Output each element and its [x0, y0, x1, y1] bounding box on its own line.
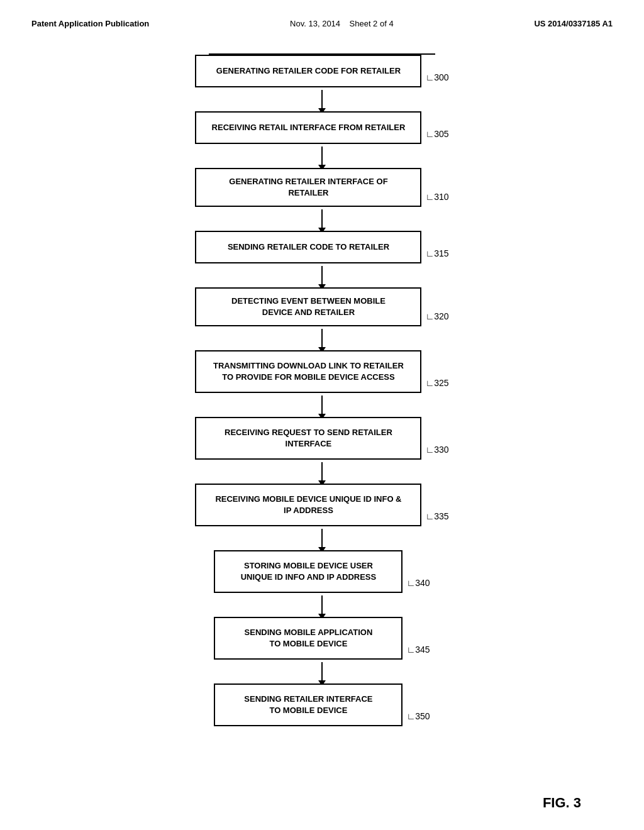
flow-item-350: SENDING RETAILER INTERFACETO MOBILE DEVI…: [214, 683, 430, 726]
arrow-5: [321, 326, 323, 350]
flow-item-340: STORING MOBILE DEVICE USERUNIQUE ID INFO…: [214, 550, 430, 593]
arrow-down-2: [321, 147, 323, 165]
arrow-down-6: [321, 396, 323, 414]
ref-305: ∟305: [425, 129, 448, 144]
ref-320: ∟320: [425, 311, 448, 326]
ref-345: ∟345: [406, 645, 430, 660]
box-335: RECEIVING MOBILE DEVICE UNIQUE ID INFO &…: [195, 484, 421, 526]
arrow-1: [321, 87, 323, 111]
ref-330: ∟330: [425, 445, 448, 460]
box-345: SENDING MOBILE APPLICATIONTO MOBILE DEVI…: [214, 617, 402, 660]
box-340: STORING MOBILE DEVICE USERUNIQUE ID INFO…: [214, 550, 402, 593]
arrow-2: [321, 144, 323, 168]
header-left: Patent Application Publication: [31, 19, 149, 28]
ref-315: ∟315: [425, 248, 448, 263]
flow-item-335: RECEIVING MOBILE DEVICE UNIQUE ID INFO &…: [195, 484, 448, 526]
box-315: SENDING RETAILER CODE TO RETAILER: [195, 231, 421, 263]
flowchart: GENERATING RETAILER CODE FOR RETAILER ∟3…: [0, 35, 644, 751]
arrow-10: [321, 660, 323, 683]
ref-335: ∟335: [425, 511, 448, 526]
box-305: RECEIVING RETAIL INTERFACE FROM RETAILER: [195, 111, 421, 144]
box-320: DETECTING EVENT BETWEEN MOBILEDEVICE AND…: [195, 287, 421, 326]
arrow-7: [321, 460, 323, 484]
header-right: US 2014/0337185 A1: [534, 19, 613, 28]
page-header: Patent Application Publication Nov. 13, …: [0, 0, 644, 35]
header-date: Nov. 13, 2014: [290, 19, 340, 28]
box-350: SENDING RETAILER INTERFACETO MOBILE DEVI…: [214, 683, 402, 726]
ref-300: ∟300: [425, 72, 448, 87]
flow-item-320: DETECTING EVENT BETWEEN MOBILEDEVICE AND…: [195, 287, 448, 326]
arrow-down-1: [321, 90, 323, 109]
arrow-down-3: [321, 209, 323, 228]
box-325: TRANSMITTING DOWNLOAD LINK TO RETAILERTO…: [195, 350, 421, 393]
arrow-6: [321, 393, 323, 417]
arrow-down-7: [321, 462, 323, 481]
arrow-down-8: [321, 529, 323, 548]
flow-item-330: RECEIVING REQUEST TO SEND RETAILERINTERF…: [195, 417, 448, 460]
flow-item-325: TRANSMITTING DOWNLOAD LINK TO RETAILERTO…: [195, 350, 448, 393]
arrow-9: [321, 593, 323, 617]
arrow-down-9: [321, 595, 323, 614]
fig-label: FIG. 3: [543, 795, 581, 811]
arrow-4: [321, 263, 323, 287]
header-center: Nov. 13, 2014 Sheet 2 of 4: [290, 19, 394, 28]
flow-item-310: GENERATING RETAILER INTERFACE OFRETAILER…: [195, 168, 448, 207]
arrow-8: [321, 526, 323, 550]
flow-item-305: RECEIVING RETAIL INTERFACE FROM RETAILER…: [195, 111, 448, 144]
arrow-down-5: [321, 329, 323, 348]
arrow-down-10: [321, 662, 323, 681]
header-sheet: Sheet 2 of 4: [350, 19, 394, 28]
box-300: GENERATING RETAILER CODE FOR RETAILER: [195, 55, 421, 87]
box-330: RECEIVING REQUEST TO SEND RETAILERINTERF…: [195, 417, 421, 460]
ref-350: ∟350: [406, 711, 430, 726]
flow-item-300: GENERATING RETAILER CODE FOR RETAILER ∟3…: [195, 55, 448, 87]
ref-310: ∟310: [425, 192, 448, 207]
ref-340: ∟340: [406, 578, 430, 593]
box-310: GENERATING RETAILER INTERFACE OFRETAILER: [195, 168, 421, 207]
arrow-down-4: [321, 266, 323, 285]
flow-item-315: SENDING RETAILER CODE TO RETAILER ∟315: [195, 231, 448, 263]
flow-item-345: SENDING MOBILE APPLICATIONTO MOBILE DEVI…: [214, 617, 430, 660]
arrow-3: [321, 207, 323, 231]
ref-325: ∟325: [425, 378, 448, 393]
